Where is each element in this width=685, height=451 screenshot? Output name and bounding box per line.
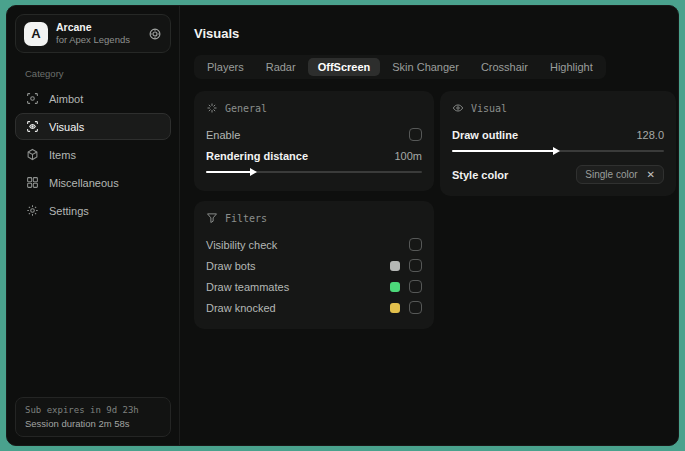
tab-highlight[interactable]: Highlight bbox=[540, 58, 603, 76]
sparkle-icon bbox=[206, 102, 218, 114]
draw-teammates-checkbox[interactable] bbox=[409, 280, 422, 293]
sidebar-item-label: Aimbot bbox=[49, 93, 83, 105]
draw-bots-label: Draw bots bbox=[206, 260, 256, 272]
sidebar-item-settings[interactable]: Settings bbox=[15, 197, 171, 224]
visual-panel: Visual Draw outline 128.0 Style color bbox=[440, 91, 676, 196]
filters-panel-title: Filters bbox=[225, 213, 267, 224]
draw-outline-slider[interactable] bbox=[452, 146, 664, 156]
tab-radar[interactable]: Radar bbox=[256, 58, 306, 76]
brand-logo: A bbox=[24, 22, 48, 46]
funnel-icon bbox=[206, 212, 218, 224]
visual-panel-header: Visual bbox=[452, 102, 664, 114]
enable-label: Enable bbox=[206, 129, 240, 141]
crosshair-icon bbox=[26, 92, 39, 105]
enable-checkbox[interactable] bbox=[409, 128, 422, 141]
cube-icon bbox=[26, 148, 39, 161]
eye-icon bbox=[452, 102, 464, 114]
draw-teammates-row: Draw teammates bbox=[206, 276, 422, 297]
filters-panel-header: Filters bbox=[206, 212, 422, 224]
draw-outline-value: 128.0 bbox=[636, 129, 664, 141]
subscription-card: Sub expires in 9d 23h Session duration 2… bbox=[15, 397, 171, 437]
desktop: { "backdrop_color": "#4aa28d", "sidebar"… bbox=[0, 0, 685, 451]
style-color-row: Style color Single color ✕ bbox=[452, 164, 664, 185]
sidebar-item-label: Miscellaneous bbox=[49, 177, 119, 189]
sidebar-item-items[interactable]: Items bbox=[15, 141, 171, 168]
draw-knocked-color-swatch[interactable] bbox=[390, 303, 400, 313]
brand-card: A Arcane for Apex Legends bbox=[15, 14, 171, 53]
general-panel: General Enable Rendering distance 100m bbox=[194, 91, 434, 191]
right-column: Visual Draw outline 128.0 Style color bbox=[440, 91, 676, 206]
draw-outline-label: Draw outline bbox=[452, 129, 518, 141]
brand-text: Arcane for Apex Legends bbox=[56, 21, 130, 46]
slider-fill bbox=[206, 171, 251, 173]
visual-panel-title: Visual bbox=[471, 103, 507, 114]
rendering-distance-label: Rendering distance bbox=[206, 150, 308, 162]
sidebar-item-visuals[interactable]: Visuals bbox=[15, 113, 171, 140]
sidebar-item-label: Settings bbox=[49, 205, 89, 217]
tab-bar: Players Radar OffScreen Skin Changer Cro… bbox=[194, 55, 606, 79]
general-panel-header: General bbox=[206, 102, 422, 114]
draw-teammates-label: Draw teammates bbox=[206, 281, 289, 293]
visibility-check-checkbox[interactable] bbox=[409, 238, 422, 251]
draw-knocked-checkbox[interactable] bbox=[409, 301, 422, 314]
brand-name: Arcane bbox=[56, 21, 130, 34]
left-column: General Enable Rendering distance 100m bbox=[194, 91, 434, 339]
sidebar-item-aimbot[interactable]: Aimbot bbox=[15, 85, 171, 112]
rendering-distance-value: 100m bbox=[394, 150, 422, 162]
slider-thumb[interactable] bbox=[250, 168, 257, 176]
draw-bots-checkbox[interactable] bbox=[409, 259, 422, 272]
visibility-check-label: Visibility check bbox=[206, 239, 277, 251]
filters-panel: Filters Visibility check Draw bots bbox=[194, 201, 434, 329]
slider-fill bbox=[452, 150, 554, 152]
sidebar-item-label: Visuals bbox=[49, 121, 84, 133]
main-content: Visuals Players Radar OffScreen Skin Cha… bbox=[180, 6, 679, 445]
sidebar: A Arcane for Apex Legends Category Aimbo bbox=[7, 6, 180, 445]
visibility-check-row: Visibility check bbox=[206, 234, 422, 255]
sidebar-item-miscellaneous[interactable]: Miscellaneous bbox=[15, 169, 171, 196]
rendering-distance-slider[interactable] bbox=[206, 167, 422, 177]
style-color-select[interactable]: Single color ✕ bbox=[576, 165, 664, 184]
app-window: A Arcane for Apex Legends Category Aimbo bbox=[6, 5, 679, 446]
tab-crosshair[interactable]: Crosshair bbox=[471, 58, 538, 76]
session-duration-text: Session duration 2m 58s bbox=[25, 418, 161, 429]
draw-teammates-color-swatch[interactable] bbox=[390, 282, 400, 292]
enable-row: Enable bbox=[206, 124, 422, 145]
clear-icon[interactable]: ✕ bbox=[647, 169, 655, 180]
tab-players[interactable]: Players bbox=[197, 58, 254, 76]
draw-outline-row: Draw outline 128.0 bbox=[452, 124, 664, 145]
panel-columns: General Enable Rendering distance 100m bbox=[194, 91, 676, 339]
sidebar-item-label: Items bbox=[49, 149, 76, 161]
slider-thumb[interactable] bbox=[553, 147, 560, 155]
eye-scan-icon bbox=[26, 120, 39, 133]
draw-bots-color-swatch[interactable] bbox=[390, 261, 400, 271]
draw-knocked-row: Draw knocked bbox=[206, 297, 422, 318]
sub-expiry-text: Sub expires in 9d 23h bbox=[25, 405, 161, 415]
support-target-icon[interactable] bbox=[148, 27, 162, 41]
rendering-distance-row: Rendering distance 100m bbox=[206, 145, 422, 166]
category-label: Category bbox=[25, 68, 161, 79]
draw-knocked-label: Draw knocked bbox=[206, 302, 276, 314]
general-panel-title: General bbox=[225, 103, 267, 114]
grid-icon bbox=[26, 176, 39, 189]
tab-offscreen[interactable]: OffScreen bbox=[308, 58, 381, 76]
tab-skin-changer[interactable]: Skin Changer bbox=[382, 58, 469, 76]
brand-subtitle: for Apex Legends bbox=[56, 34, 130, 46]
style-color-value: Single color bbox=[585, 169, 637, 180]
page-title: Visuals bbox=[194, 26, 676, 41]
style-color-label: Style color bbox=[452, 169, 508, 181]
gear-icon bbox=[26, 204, 39, 217]
draw-bots-row: Draw bots bbox=[206, 255, 422, 276]
